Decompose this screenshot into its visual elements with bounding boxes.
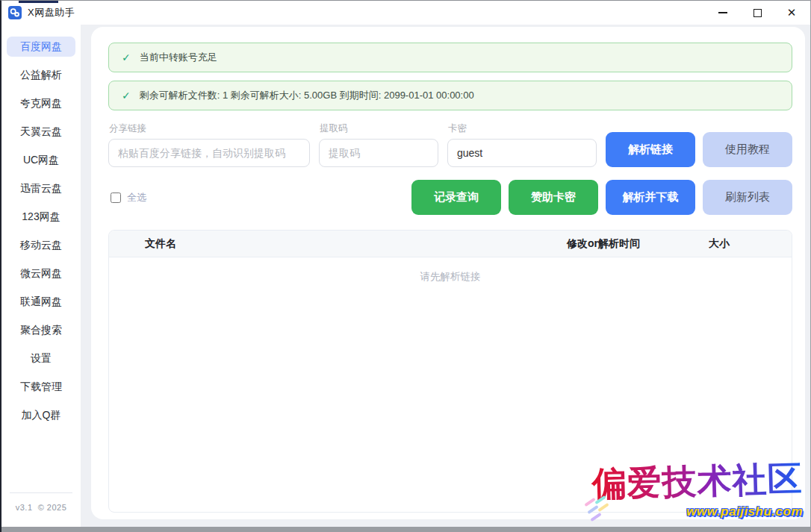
select-all-label: 全选 bbox=[127, 191, 146, 204]
sidebar-item-juhe-search[interactable]: 聚合搜索 bbox=[7, 320, 75, 340]
share-link-label: 分享链接 bbox=[108, 122, 310, 135]
sidebar-item-uc-pan[interactable]: UC网盘 bbox=[7, 150, 75, 170]
sidebar-item-liantong-pan[interactable]: 联通网盘 bbox=[7, 292, 75, 312]
app-logo-icon bbox=[8, 6, 22, 19]
minimize-icon bbox=[718, 12, 727, 13]
sidebar-item-join-q-group[interactable]: 加入Q群 bbox=[7, 405, 75, 425]
sidebar: 百度网盘 公益解析 夸克网盘 天翼云盘 UC网盘 迅雷云盘 123网盘 移动云盘… bbox=[1, 25, 81, 527]
minimize-button[interactable] bbox=[706, 1, 740, 25]
refresh-list-button[interactable]: 刷新列表 bbox=[703, 180, 792, 215]
tutorial-button[interactable]: 使用教程 bbox=[703, 132, 792, 167]
app-window: X网盘助手 ✕ 百度网盘 公益解析 夸克网盘 天翼云盘 UC网盘 迅雷云盘 12… bbox=[0, 0, 811, 532]
sidebar-item-weiyun-pan[interactable]: 微云网盘 bbox=[7, 263, 75, 284]
extract-code-field: 提取码 bbox=[319, 122, 438, 167]
share-link-input[interactable] bbox=[108, 139, 310, 167]
check-icon: ✓ bbox=[122, 90, 131, 101]
parse-link-button[interactable]: 解析链接 bbox=[606, 132, 695, 167]
file-table: 文件名 修改or解析时间 大小 请先解析链接 bbox=[108, 230, 792, 513]
sidebar-footer: v3.1 © 2025 bbox=[1, 492, 81, 512]
card-key-field: 卡密 bbox=[447, 122, 597, 167]
copyright-text: © 2025 bbox=[38, 503, 67, 512]
action-row: 全选 记录查询 赞助卡密 解析并下载 刷新列表 bbox=[108, 180, 792, 215]
main-background: ✓ 当前中转账号充足 ✓ 剩余可解析文件数: 1 剩余可解析大小: 5.00GB… bbox=[81, 25, 810, 527]
sidebar-item-settings[interactable]: 设置 bbox=[7, 348, 75, 369]
sidebar-item-tianyi-pan[interactable]: 天翼云盘 bbox=[7, 122, 75, 142]
content-card: ✓ 当前中转账号充足 ✓ 剩余可解析文件数: 1 剩余可解析大小: 5.00GB… bbox=[91, 27, 805, 519]
empty-state-text: 请先解析链接 bbox=[420, 271, 481, 282]
top-accent-strip bbox=[19, 1, 58, 3]
window-title: X网盘助手 bbox=[28, 6, 75, 19]
select-all-checkbox[interactable] bbox=[111, 193, 121, 203]
check-icon: ✓ bbox=[122, 51, 131, 63]
column-modified-or-parse-time: 修改or解析时间 bbox=[567, 237, 697, 251]
extract-code-input[interactable] bbox=[319, 139, 438, 167]
account-status-text: 当前中转账号充足 bbox=[140, 51, 217, 64]
sidebar-item-download-manager[interactable]: 下载管理 bbox=[7, 377, 75, 397]
version-text: v3.1 © 2025 bbox=[16, 503, 67, 512]
parse-form: 分享链接 提取码 卡密 解析链接 使用教程 bbox=[108, 122, 792, 167]
maximize-button[interactable] bbox=[740, 1, 774, 25]
sidebar-divider bbox=[10, 492, 72, 493]
sidebar-item-quark-pan[interactable]: 夸克网盘 bbox=[7, 93, 75, 113]
record-query-button[interactable]: 记录查询 bbox=[411, 180, 501, 215]
sidebar-item-xunlei-pan[interactable]: 迅雷云盘 bbox=[7, 178, 75, 198]
sidebar-item-public-parse[interactable]: 公益解析 bbox=[7, 65, 75, 85]
quota-status-alert: ✓ 剩余可解析文件数: 1 剩余可解析大小: 5.00GB 到期时间: 2099… bbox=[108, 81, 792, 110]
share-link-field: 分享链接 bbox=[108, 122, 310, 167]
sponsor-key-button[interactable]: 赞助卡密 bbox=[509, 180, 598, 215]
select-all-control[interactable]: 全选 bbox=[111, 191, 146, 204]
close-button[interactable]: ✕ bbox=[774, 1, 809, 25]
version-number: v3.1 bbox=[16, 503, 33, 512]
table-body: 请先解析链接 bbox=[109, 257, 792, 284]
window-bottom-edge bbox=[1, 527, 810, 532]
column-size: 大小 bbox=[697, 237, 792, 251]
sidebar-item-baidu-pan[interactable]: 百度网盘 bbox=[7, 37, 75, 57]
card-key-label: 卡密 bbox=[447, 122, 597, 135]
column-filename: 文件名 bbox=[109, 237, 567, 251]
window-controls: ✕ bbox=[706, 1, 810, 25]
maximize-icon bbox=[753, 9, 762, 17]
sidebar-item-yidong-pan[interactable]: 移动云盘 bbox=[7, 235, 75, 255]
extract-code-label: 提取码 bbox=[319, 122, 438, 135]
quota-status-text: 剩余可解析文件数: 1 剩余可解析大小: 5.00GB 到期时间: 2099-0… bbox=[140, 89, 474, 102]
account-status-alert: ✓ 当前中转账号充足 bbox=[108, 43, 792, 72]
sidebar-item-123-pan[interactable]: 123网盘 bbox=[7, 207, 75, 227]
table-header: 文件名 修改or解析时间 大小 bbox=[109, 231, 792, 257]
card-key-input[interactable] bbox=[447, 139, 597, 167]
parse-and-download-button[interactable]: 解析并下载 bbox=[606, 180, 695, 215]
titlebar: X网盘助手 ✕ bbox=[1, 1, 810, 25]
